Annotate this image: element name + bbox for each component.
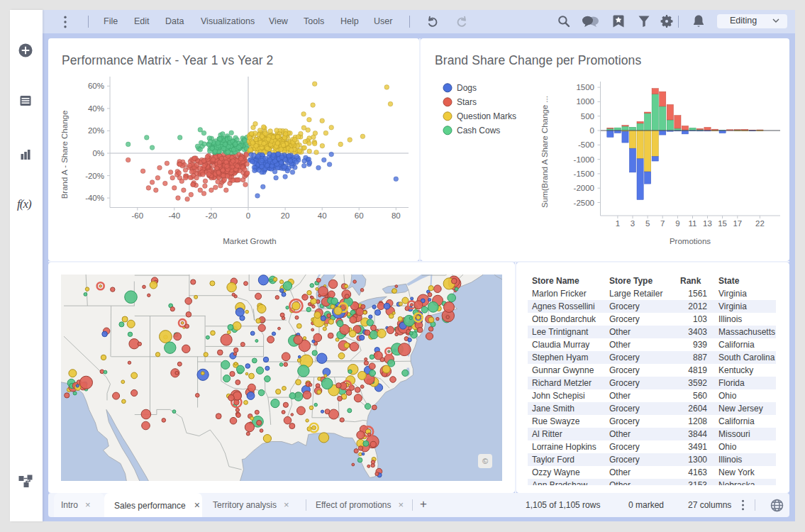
svg-text:-1000: -1000 [574,155,594,164]
svg-text:80: 80 [392,211,401,220]
svg-text:17: 17 [733,219,742,228]
svg-text:-2000: -2000 [574,184,594,192]
svg-text:0%: 0% [92,149,104,157]
svg-text:60%: 60% [88,82,104,90]
svg-text:Sum(Brand A Share Change ...: Sum(Brand A Share Change ... [540,96,549,208]
svg-text:7: 7 [660,219,665,228]
svg-text:Promotions: Promotions [670,237,711,245]
svg-text:40: 40 [318,211,327,220]
svg-text:40%: 40% [88,104,104,113]
svg-text:0: 0 [246,211,250,220]
svg-text:Stars: Stars [457,97,477,107]
svg-text:60: 60 [355,211,364,220]
svg-text:-1500: -1500 [574,170,594,178]
svg-text:Brand A - Share Change: Brand A - Share Change [60,111,69,199]
svg-text:5: 5 [645,219,650,228]
svg-text:Question Marks: Question Marks [457,111,516,121]
svg-text:-60: -60 [131,211,143,220]
svg-text:20%: 20% [88,126,104,135]
svg-text:-20%: -20% [85,172,104,180]
svg-text:-2500: -2500 [574,199,594,207]
svg-text:0: 0 [590,126,594,135]
svg-text:Dogs: Dogs [457,83,477,93]
svg-text:1: 1 [616,219,620,228]
svg-text:1000: 1000 [576,97,594,106]
svg-text:Cash Cows: Cash Cows [457,126,500,135]
svg-text:-40: -40 [168,211,180,220]
svg-text:1500: 1500 [576,83,594,92]
svg-text:-20: -20 [206,211,218,220]
svg-text:22: 22 [755,219,765,228]
svg-text:Market Growth: Market Growth [223,237,276,245]
svg-text:-500: -500 [578,140,594,149]
svg-text:500: 500 [581,112,594,121]
svg-text:-40%: -40% [85,194,104,202]
svg-text:11: 11 [689,219,697,228]
svg-text:15: 15 [718,219,727,228]
svg-text:3: 3 [631,219,635,228]
svg-text:9: 9 [675,219,679,228]
svg-text:20: 20 [281,211,290,220]
svg-text:13: 13 [703,219,712,228]
